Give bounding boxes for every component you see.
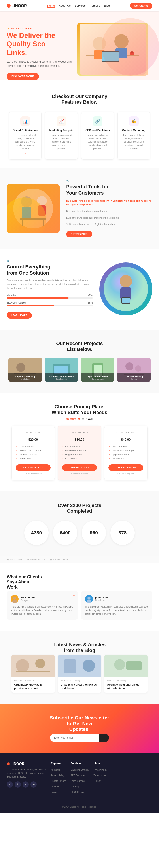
nav-blog[interactable]: Blog	[104, 4, 110, 8]
control-image	[99, 262, 152, 315]
pricing-feature-1-1: Lifetime free support	[62, 449, 97, 452]
pricing-price-1: $30.00	[62, 435, 97, 442]
test-role-1: Developer	[95, 599, 109, 601]
features-grid: 📊 Speed Optimization Lorem ipsum dolor s…	[7, 112, 152, 160]
footer-link-services-2[interactable]: Sales Manager	[71, 780, 86, 782]
pricing-cta-2[interactable]: CHOOSE A PLAN	[108, 464, 143, 471]
feature-icon-0: 📊	[20, 116, 30, 126]
test-name-1: john smith	[95, 596, 109, 599]
hero-headline: We Deliver the Quality Seo Links.	[7, 31, 77, 57]
progress-seo: SEO Optimization 55%	[7, 301, 93, 306]
hero-section: 🔸SEO Services We Deliver the Quality Seo…	[0, 11, 159, 80]
nav-portfolio[interactable]: Portfolio	[90, 4, 100, 8]
social-linkedin[interactable]: in	[23, 781, 29, 787]
social-facebook[interactable]: f	[14, 781, 21, 787]
logo-icon	[7, 4, 10, 8]
social-twitter[interactable]: 𝕏	[7, 781, 13, 787]
blog-meta-0: Business · 01 January	[14, 679, 52, 682]
progress-marketing-label: Marketing 72%	[7, 294, 93, 297]
quote-icon-1: "	[147, 594, 149, 600]
footer-link-links-2[interactable]: Support	[93, 780, 101, 782]
progress-seo-label: SEO Optimization 55%	[7, 301, 93, 304]
svg-rect-28	[54, 366, 68, 374]
pricing-note-0: No credits required	[16, 473, 51, 475]
svg-rect-51	[126, 661, 142, 670]
nav-about[interactable]: About Us	[59, 4, 70, 8]
feature-icon-2: 🔗	[93, 116, 102, 126]
pricing-price-0: $20.00	[16, 435, 51, 442]
hero-tag: 🔸SEO Services	[7, 27, 77, 30]
pricing-section: Choose Pricing Plans Which Suits Your Ne…	[0, 393, 159, 492]
social-youtube[interactable]: ▶	[30, 781, 37, 787]
nav-services[interactable]: Services	[75, 4, 86, 8]
newsletter-heading: Subscribe Our Newsletter to Get New Upda…	[7, 715, 152, 732]
pricing-cta-0[interactable]: CHOOSE A PLAN	[16, 464, 51, 471]
footer-bottom: © 2024 Linoor. All Rights Reserved.	[7, 802, 152, 808]
pricing-features-0: Extra features Lifetime free support Upg…	[16, 445, 51, 460]
feature-desc-3: Lorem ipsum dolor sit amet, consectetur …	[121, 133, 147, 150]
feature-link-3[interactable]: →	[133, 152, 135, 155]
pricing-badge-2: PREMIUM PRICE	[108, 431, 143, 433]
footer-link-explore-3[interactable]: Archives	[51, 785, 59, 788]
project-card-1: Website Development Development	[44, 358, 78, 382]
tools-cta-button[interactable]: GET STARTED	[66, 231, 92, 238]
nav-home[interactable]: Home	[47, 4, 55, 8]
footer-description: Lorem ipsum dolor sit amet, consectetur …	[7, 768, 46, 779]
footer-link-explore-0[interactable]: About Us	[51, 769, 60, 771]
blog-card-0: Business · 01 January Organically grow a…	[11, 655, 55, 693]
footer-link-services-1[interactable]: SEO Optimize	[71, 774, 85, 777]
test-quote-1: There are many variations of passages of…	[85, 605, 149, 616]
progress-bar-marketing	[7, 298, 93, 299]
test-card-1: " john smith Developer There are many va…	[81, 591, 152, 620]
svg-point-44	[35, 659, 45, 669]
blog-content-1: Business · 02 January Organically grow t…	[58, 677, 101, 693]
footer-link-explore-1[interactable]: Privacy Policy	[51, 774, 64, 777]
feature-link-0[interactable]: →	[24, 152, 27, 155]
pricing-feature-2-2: Upgrade options	[108, 453, 143, 456]
pricing-cta-1[interactable]: CHOOSE A PLAN	[62, 464, 97, 471]
project-category-2: Development	[83, 378, 113, 380]
footer-link-services-3[interactable]: Branding	[71, 785, 80, 788]
footer-col-title-2: Links	[93, 762, 107, 765]
control-heading: Control Everything from One Solution	[7, 264, 93, 276]
project-title-1: Website Development	[46, 375, 76, 378]
svg-point-33	[125, 362, 133, 370]
pricing-badge-1: PREMIUM PRICE	[62, 431, 97, 433]
svg-point-19	[120, 275, 132, 287]
blog-thumb-1	[58, 655, 101, 677]
footer-link-services-0[interactable]: Marketing Strategy	[71, 769, 89, 771]
hero-cta-button[interactable]: DISCOVER MORE	[7, 73, 39, 80]
footer-links-explore: About Us Privacy Policy Update Options A…	[51, 768, 66, 794]
pricing-feature-0-0: Extra features	[16, 445, 51, 448]
nav-cta-button[interactable]: Get Started	[130, 3, 152, 9]
control-description: Duis aute irure dolor in reprehenderit i…	[7, 279, 93, 290]
feature-link-2[interactable]: →	[96, 152, 99, 155]
footer-link-services-4[interactable]: UI/UX Design	[71, 791, 84, 793]
pricing-feature-0-3: Full access	[16, 457, 51, 460]
yearly-toggle-button[interactable]: Yearly	[86, 417, 93, 420]
feature-card-2: 🔗 SEO and Backlinks Lorem ipsum dolor si…	[81, 112, 114, 160]
footer-col-links: Links Privacy Policy Terms of Use Suppor…	[93, 762, 107, 795]
feature-link-1[interactable]: →	[60, 152, 63, 155]
feature-title-1: Marketing Analysis	[49, 129, 74, 132]
client-0: ★ REVIEWS	[7, 558, 23, 561]
hero-circle-decoration	[102, 18, 159, 75]
pricing-feature-0-1: Lifetime free support	[16, 449, 51, 452]
footer-link-explore-2[interactable]: Update Options	[51, 780, 66, 782]
feature-icon-1: 📈	[57, 116, 66, 126]
footer-link-explore-4[interactable]: Forum	[51, 791, 57, 793]
newsletter-submit-button[interactable]: →	[99, 734, 109, 742]
feature-desc-1: Lorem ipsum dolor sit amet, consectetur …	[49, 133, 74, 150]
control-cta-button[interactable]: LEARN MORE	[7, 312, 32, 318]
newsletter-email-input[interactable]	[50, 734, 99, 742]
pricing-feature-2-0: Extra features	[108, 445, 143, 448]
feature-desc-2: Lorem ipsum dolor sit amet, consectetur …	[85, 133, 110, 150]
footer-links-links: Privacy Policy Terms of Use Support	[93, 768, 107, 783]
stats-grid: 4789 6400 960 378	[7, 521, 152, 545]
client-2: ★ CERTIFIED	[50, 558, 68, 561]
footer-link-links-1[interactable]: Terms of Use	[93, 774, 106, 777]
monthly-toggle-button[interactable]: Monthly	[66, 417, 76, 420]
blog-card-1: Business · 02 January Organically grow t…	[58, 655, 101, 693]
feature-desc-0: Lorem ipsum dolor sit amet, consectetur …	[12, 133, 38, 150]
footer-link-links-0[interactable]: Privacy Policy	[93, 769, 107, 771]
